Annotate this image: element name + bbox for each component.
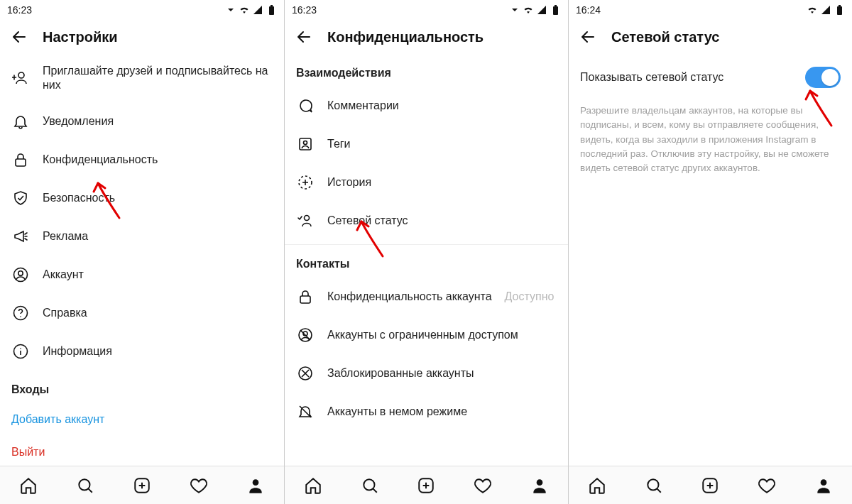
row-restricted[interactable]: Аккаунты с ограниченным доступом [285, 316, 568, 354]
svg-point-7 [20, 316, 21, 317]
svg-rect-26 [837, 6, 842, 15]
tag-user-icon [296, 135, 315, 153]
row-tags[interactable]: Теги [285, 125, 568, 163]
story-add-icon [296, 173, 315, 192]
nav-search[interactable] [359, 474, 381, 497]
nav-search[interactable] [643, 474, 665, 497]
back-button[interactable] [293, 26, 315, 48]
comment-icon [296, 97, 315, 115]
user-circle-icon [11, 265, 30, 284]
row-muted[interactable]: Аккаунты в немом режиме [285, 393, 568, 431]
row-label: Конфиденциальность аккаунта [327, 290, 492, 304]
header: Конфиденциальность [285, 20, 568, 54]
nav-profile[interactable] [812, 474, 835, 497]
settings-list: Приглашайте друзей и подписывайтесь на н… [0, 54, 284, 466]
svg-point-5 [18, 271, 23, 275]
row-label: Информация [43, 344, 112, 358]
statusbar-icons [509, 4, 561, 16]
help-icon [11, 304, 30, 322]
svg-rect-27 [839, 5, 841, 6]
nav-home[interactable] [17, 474, 40, 497]
row-blocked[interactable]: Заблокированные аккаунты [285, 354, 568, 393]
nav-activity[interactable] [187, 474, 210, 497]
status-bar: 16:23 [285, 0, 568, 20]
svg-point-30 [821, 479, 827, 486]
svg-rect-13 [553, 6, 558, 15]
row-help[interactable]: Справка [0, 294, 284, 332]
row-label: Конфиденциальность [43, 153, 158, 167]
row-label: Уведомления [43, 114, 114, 128]
add-account-link[interactable]: Добавить аккаунт [0, 403, 284, 436]
wifi-icon [807, 4, 818, 16]
svg-point-9 [20, 348, 21, 349]
bell-icon [11, 112, 30, 131]
svg-rect-3 [16, 159, 26, 166]
nav-profile[interactable] [244, 474, 267, 497]
show-activity-toggle-row: Показывать сетевой статус [569, 54, 852, 101]
statusbar-icons [807, 4, 845, 16]
nav-home[interactable] [586, 474, 608, 497]
nav-new-post[interactable] [415, 474, 437, 497]
battery-icon [266, 4, 277, 16]
row-account[interactable]: Аккаунт [0, 256, 284, 294]
toggle-label: Показывать сетевой статус [580, 71, 797, 84]
row-label: Приглашайте друзей и подписывайтесь на н… [43, 64, 273, 92]
info-icon [11, 342, 30, 361]
row-ads[interactable]: Реклама [0, 217, 284, 256]
section-interactions: Взаимодействия [285, 54, 568, 87]
svg-rect-19 [300, 296, 310, 303]
row-activity-status[interactable]: Сетевой статус [285, 202, 568, 240]
nav-new-post[interactable] [131, 474, 153, 497]
signal-icon [536, 4, 547, 16]
row-privacy[interactable]: Конфиденциальность [0, 141, 284, 179]
svg-point-16 [304, 141, 307, 145]
svg-point-25 [537, 479, 543, 486]
page-title: Конфиденциальность [327, 29, 484, 45]
nav-new-post[interactable] [699, 474, 721, 497]
section-contacts: Контакты [285, 245, 568, 278]
status-bar: 16:24 [569, 0, 852, 20]
row-account-privacy[interactable]: Конфиденциальность аккаунта Доступно [285, 278, 568, 316]
nav-activity[interactable] [755, 474, 778, 497]
phone-settings: 16:23 Настройки Приглашайте друзей и под… [0, 0, 284, 504]
statusbar-time: 16:24 [576, 4, 807, 16]
row-label: Сетевой статус [327, 214, 408, 228]
privacy-list: Взаимодействия Комментарии Теги История … [285, 54, 568, 466]
show-activity-switch[interactable] [805, 67, 841, 88]
switch-knob [821, 69, 839, 86]
restricted-icon [296, 326, 315, 344]
row-label: Реклама [43, 229, 88, 243]
row-notifications[interactable]: Уведомления [0, 102, 284, 141]
nav-profile[interactable] [528, 474, 551, 497]
row-label: Аккаунты с ограниченным доступом [327, 328, 518, 342]
row-label: Безопасность [43, 191, 115, 205]
shield-icon [11, 189, 30, 207]
row-story[interactable]: История [285, 163, 568, 202]
svg-point-18 [305, 216, 310, 221]
caret-down-icon [509, 4, 520, 16]
row-label: Заблокированные аккаунты [327, 366, 474, 380]
nav-activity[interactable] [471, 474, 494, 497]
statusbar-icons [225, 4, 277, 16]
nav-home[interactable] [302, 474, 324, 497]
row-about[interactable]: Информация [0, 332, 284, 371]
bottom-nav [0, 466, 284, 504]
phone-activity-status: 16:24 Сетевой статус Показывать сетевой … [568, 0, 852, 504]
row-invite-friends[interactable]: Приглашайте друзей и подписывайтесь на н… [0, 54, 284, 102]
add-user-icon [11, 69, 30, 87]
svg-point-28 [648, 479, 658, 490]
back-button[interactable] [577, 26, 599, 48]
nav-search[interactable] [74, 474, 97, 497]
mute-icon [296, 402, 315, 421]
svg-rect-0 [269, 6, 274, 15]
row-value: Доступно [505, 290, 555, 303]
row-security[interactable]: Безопасность [0, 179, 284, 217]
logout-link[interactable]: Выйти [0, 436, 284, 460]
svg-point-10 [79, 479, 89, 490]
phone-privacy: 16:23 Конфиденциальность Взаимодействия … [284, 0, 568, 504]
row-label: Справка [43, 306, 87, 320]
row-comments[interactable]: Комментарии [285, 87, 568, 125]
back-button[interactable] [9, 26, 30, 48]
row-label: Комментарии [327, 99, 399, 113]
row-label: Теги [327, 137, 351, 151]
